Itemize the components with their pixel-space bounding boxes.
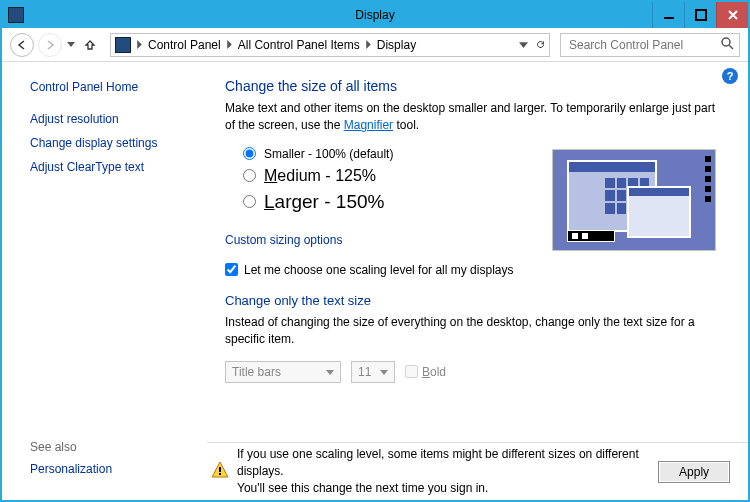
custom-sizing-link[interactable]: Custom sizing options xyxy=(225,233,342,247)
chevron-down-icon[interactable] xyxy=(519,38,528,52)
minimize-button[interactable] xyxy=(652,2,684,28)
breadcrumb-item[interactable]: Control Panel xyxy=(148,38,221,52)
seealso-heading: See also xyxy=(30,440,112,454)
address-bar[interactable]: Control Panel All Control Panel Items Di… xyxy=(110,33,550,57)
sidebar-link-resolution[interactable]: Adjust resolution xyxy=(30,112,207,126)
radio-larger-input[interactable] xyxy=(243,195,256,208)
back-button[interactable] xyxy=(10,33,34,57)
item-select[interactable]: Title bars xyxy=(225,361,341,383)
preview-image xyxy=(552,149,716,251)
up-button[interactable] xyxy=(80,35,100,55)
window-title: Display xyxy=(2,8,748,22)
history-dropdown[interactable] xyxy=(66,42,76,48)
apply-button[interactable]: Apply xyxy=(658,461,730,483)
svg-rect-0 xyxy=(664,17,674,19)
svg-point-2 xyxy=(722,38,730,46)
size-select[interactable]: 11 xyxy=(351,361,395,383)
one-scaling-checkbox-row[interactable]: Let me choose one scaling level for all … xyxy=(225,263,724,277)
navbar: Control Panel All Control Panel Items Di… xyxy=(2,28,748,62)
chevron-down-icon xyxy=(380,365,388,379)
warning-icon xyxy=(211,461,229,482)
sidebar: Control Panel Home Adjust resolution Cha… xyxy=(2,62,207,500)
svg-rect-3 xyxy=(219,467,221,472)
sidebar-link-personalization[interactable]: Personalization xyxy=(30,462,112,476)
bold-checkbox[interactable] xyxy=(405,365,418,378)
heading-text-size: Change only the text size xyxy=(225,293,724,308)
sidebar-link-display-settings[interactable]: Change display settings xyxy=(30,136,207,150)
app-icon xyxy=(8,7,24,23)
chevron-down-icon xyxy=(326,365,334,379)
description2: Instead of changing the size of everythi… xyxy=(225,314,724,349)
sidebar-link-cleartype[interactable]: Adjust ClearType text xyxy=(30,160,207,174)
breadcrumb-item[interactable]: Display xyxy=(377,38,416,52)
svg-rect-4 xyxy=(219,473,221,475)
heading-size-all: Change the size of all items xyxy=(225,78,724,94)
close-button[interactable] xyxy=(716,2,748,28)
forward-button[interactable] xyxy=(38,33,62,57)
search-input[interactable] xyxy=(567,37,721,53)
maximize-button[interactable] xyxy=(684,2,716,28)
radio-smaller-input[interactable] xyxy=(243,147,256,160)
one-scaling-checkbox[interactable] xyxy=(225,263,238,276)
titlebar: Display xyxy=(2,2,748,28)
main-content: Change the size of all items Make text a… xyxy=(207,62,748,500)
description: Make text and other items on the desktop… xyxy=(225,100,724,135)
bold-checkbox-row[interactable]: Bold xyxy=(405,365,446,379)
magnifier-link[interactable]: Magnifier xyxy=(344,118,393,132)
breadcrumb-item[interactable]: All Control Panel Items xyxy=(238,38,360,52)
search-box[interactable] xyxy=(560,33,740,57)
radio-medium-input[interactable] xyxy=(243,169,256,182)
sidebar-home[interactable]: Control Panel Home xyxy=(30,80,207,94)
control-panel-icon xyxy=(115,37,131,53)
svg-rect-1 xyxy=(696,10,706,20)
footer: If you use one scaling level, some items… xyxy=(207,442,748,500)
refresh-icon[interactable] xyxy=(536,38,545,52)
search-icon[interactable] xyxy=(721,37,734,53)
